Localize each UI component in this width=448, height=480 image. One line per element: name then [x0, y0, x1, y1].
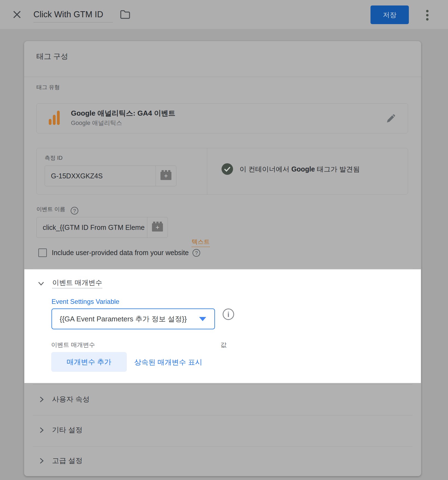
help-icon[interactable]: ? [71, 207, 78, 215]
tag-configuration-card: 태그 구성 태그 유형 Google 애널리틱스: GA4 이벤트 Google… [24, 41, 421, 476]
save-button[interactable]: 저장 [371, 5, 409, 24]
variable-picker-button[interactable]: + [156, 166, 176, 186]
divider [33, 268, 412, 268]
params-column-label: 이벤트 매개변수 [51, 341, 95, 349]
measurement-id-field: + [45, 165, 176, 186]
section-advanced-settings[interactable]: 고급 설정 [38, 456, 82, 465]
info-icon[interactable]: i [223, 308, 234, 320]
google-tag-status: 이 컨테이너에서 Google 태그가 발견됨 [222, 163, 360, 175]
card-header: 태그 구성 [24, 41, 421, 77]
event-parameters-title: 이벤트 매개변수 [52, 278, 102, 288]
brick-icon: + [152, 223, 163, 232]
divider [33, 384, 412, 385]
close-icon[interactable] [12, 9, 22, 20]
divider [33, 415, 412, 415]
tag-type-label: 태그 유형 [36, 84, 60, 91]
gtm-tag-editor: 저장 태그 구성 태그 유형 Google 애널리틱스: GA4 이벤트 Goo… [0, 0, 448, 480]
text-toggle-link[interactable]: 텍스트 [192, 238, 210, 247]
more-menu-icon[interactable] [424, 8, 430, 24]
esv-selected-value: {{GA Event Parameters 추가 정보 설정}} [60, 314, 199, 324]
tag-type-vendor: Google 애널리틱스 [71, 119, 122, 127]
check-circle-icon [222, 163, 233, 175]
tag-type-box[interactable]: Google 애널리틱스: GA4 이벤트 Google 애널리틱스 [36, 103, 408, 133]
edit-pencil-icon[interactable] [385, 113, 397, 124]
event-parameters-header[interactable]: 이벤트 매개변수 [38, 278, 102, 288]
event-name-input[interactable] [37, 217, 147, 238]
card-title: 태그 구성 [36, 52, 68, 61]
section-label: 기타 설정 [52, 425, 82, 435]
variable-picker-button[interactable]: + [147, 217, 168, 238]
measurement-id-input[interactable] [45, 166, 156, 186]
help-icon[interactable]: ? [193, 249, 200, 257]
measurement-id-box: 측정 ID + 이 컨테이너에서 Google 태그가 발견됨 [36, 148, 408, 195]
divider [33, 446, 412, 447]
add-parameter-button[interactable]: 매개변수 추가 [51, 352, 127, 372]
event-name-label-row: 이벤트 이름 ? [36, 205, 78, 215]
user-data-row: Include user-provided data from your web… [38, 248, 200, 257]
value-column-label: 값 [220, 341, 226, 349]
event-name-field: + [36, 217, 168, 238]
topbar: 저장 [0, 0, 448, 29]
checkbox-label: Include user-provided data from your web… [52, 249, 189, 257]
section-label: 사용자 속성 [52, 395, 90, 404]
section-label: 고급 설정 [52, 456, 82, 465]
section-more-settings[interactable]: 기타 설정 [38, 425, 82, 435]
event-parameters-section: 이벤트 매개변수 Event Settings Variable {{GA Ev… [24, 269, 421, 383]
dropdown-arrow-icon [199, 317, 206, 321]
divider [207, 148, 207, 194]
brick-icon: + [160, 172, 171, 180]
measurement-id-label: 측정 ID [45, 154, 63, 162]
esv-label: Event Settings Variable [51, 298, 119, 305]
folder-icon[interactable] [120, 10, 130, 19]
status-text: 이 컨테이너에서 Google 태그가 발견됨 [240, 165, 360, 174]
section-user-properties[interactable]: 사용자 속성 [38, 395, 90, 404]
tag-type-name: Google 애널리틱스: GA4 이벤트 [71, 108, 175, 118]
show-inherited-link[interactable]: 상속된 매개변수 표시 [134, 358, 202, 367]
google-analytics-icon [48, 111, 60, 125]
esv-dropdown[interactable]: {{GA Event Parameters 추가 정보 설정}} [51, 308, 215, 329]
tag-name-input[interactable] [33, 8, 113, 22]
include-user-data-checkbox[interactable] [38, 248, 47, 257]
